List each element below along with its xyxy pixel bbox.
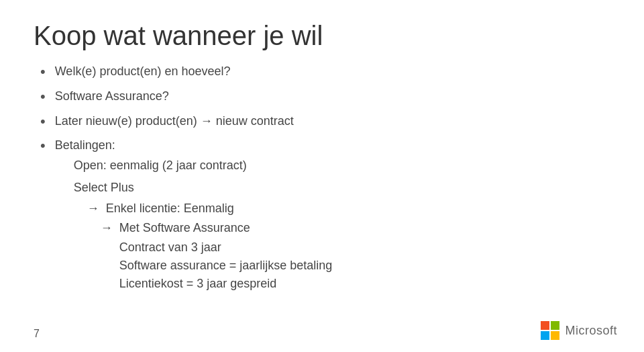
bullet-4-block: Betalingen: Open: eenmalig (2 jaar contr… <box>55 137 610 293</box>
arrow-item-enkel: → Enkel licentie: Eenmalig <box>87 200 610 217</box>
bullet-item-4: • Betalingen: Open: eenmalig (2 jaar con… <box>40 137 610 293</box>
microsoft-logo: Microsoft <box>541 321 617 340</box>
bullet-dot-3: • <box>40 112 46 132</box>
slide-title: Koop wat wanneer je wil <box>34 20 610 51</box>
page-number: 7 <box>34 328 40 340</box>
met-sa-label: Met Software Assurance <box>119 220 250 236</box>
sub-open-item: Open: eenmalig (2 jaar contract) <box>74 157 610 174</box>
bullet-item-2: • Software Assurance? <box>40 88 610 107</box>
bullet-item-1: • Welk(e) product(en) en hoeveel? <box>40 63 610 83</box>
ms-square-green <box>551 321 559 330</box>
bullet-text-1: Welk(e) product(en) en hoeveel? <box>55 63 610 80</box>
arrow-text-enkel: Enkel licentie: Eenmalig <box>106 200 234 217</box>
met-sa-details: Contract van 3 jaar Software assurance =… <box>119 238 610 293</box>
ms-square-blue <box>541 331 549 340</box>
bullet-dot-4: • <box>40 136 46 157</box>
sub-open-text: Open: eenmalig (2 jaar contract) <box>74 157 247 174</box>
select-plus-section: Select Plus → Enkel licentie: Eenmalig →… <box>74 179 610 294</box>
microsoft-logo-grid <box>541 321 559 340</box>
met-sa-detail-2: Software assurance = jaarlijkse betaling <box>119 257 610 275</box>
bullet-dot-1: • <box>40 62 46 83</box>
bullet-4-label: Betalingen: <box>55 138 115 152</box>
met-sa-block: → Met Software Assurance Contract van 3 … <box>101 220 610 293</box>
bullet-text-2: Software Assurance? <box>55 88 610 105</box>
slide: Koop wat wanneer je wil • Welk(e) produc… <box>0 0 644 352</box>
met-sa-detail-3: Licentiekost = 3 jaar gespreid <box>119 275 610 293</box>
ms-square-yellow <box>551 331 559 340</box>
content-area: • Welk(e) product(en) en hoeveel? • Soft… <box>34 63 610 293</box>
microsoft-logo-text: Microsoft <box>565 324 617 338</box>
bullet-item-3: • Later nieuw(e) product(en) → nieuw con… <box>40 113 610 132</box>
bullet-text-3: Later nieuw(e) product(en) → nieuw contr… <box>55 113 610 130</box>
met-sa-detail-1: Contract van 3 jaar <box>119 238 610 257</box>
arrow-icon-enkel: → <box>87 200 99 217</box>
sub-content: Open: eenmalig (2 jaar contract) <box>74 157 610 174</box>
bullet-dot-2: • <box>40 87 46 107</box>
arrow-icon-met-sa: → <box>101 220 113 236</box>
select-plus-title: Select Plus <box>74 179 610 196</box>
met-sa-header: → Met Software Assurance <box>101 220 610 236</box>
ms-square-red <box>541 321 549 330</box>
select-plus-items: → Enkel licentie: Eenmalig → Met Softwar… <box>87 200 610 293</box>
